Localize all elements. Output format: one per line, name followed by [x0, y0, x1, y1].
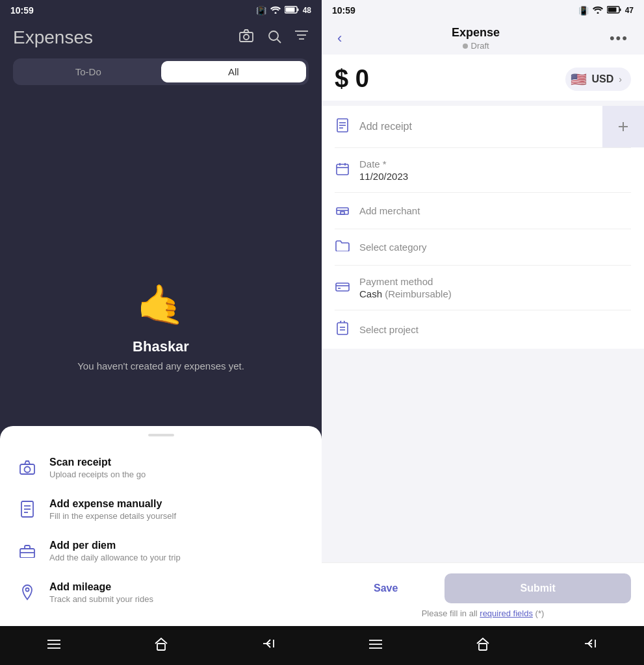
sheet-item-add-expense[interactable]: Add expense manually Fill in the expense… [0, 488, 322, 530]
svg-rect-34 [337, 164, 348, 175]
svg-point-19 [26, 588, 29, 592]
right-status-bar: 10:59 📳 47 [322, 0, 644, 21]
left-time: 10:59 [10, 5, 34, 16]
reimbursable-tag: (Reimbursable) [385, 288, 452, 299]
mileage-subtitle: Track and submit your rides [49, 594, 153, 604]
svg-rect-2 [285, 7, 294, 12]
amount-value: 0 [355, 65, 369, 92]
sheet-handle [148, 434, 174, 436]
filter-header-icon[interactable] [294, 29, 309, 47]
svg-point-0 [274, 12, 276, 14]
date-content: Date * 11/20/2023 [359, 158, 408, 182]
right-home-nav-icon[interactable] [475, 636, 491, 655]
briefcase-sheet-icon [16, 539, 39, 562]
right-menu-nav-icon[interactable] [368, 637, 383, 654]
left-bottom-nav [0, 626, 322, 665]
merchant-field-row[interactable]: Add merchant [322, 193, 644, 229]
svg-point-24 [597, 12, 599, 14]
draft-dot [463, 44, 468, 49]
wave-emoji: 🤙 [136, 282, 185, 328]
expense-header-center: Expense Draft [452, 26, 500, 51]
svg-rect-17 [20, 549, 34, 558]
home-nav-icon[interactable] [153, 636, 169, 655]
category-field-row[interactable]: Select category [322, 229, 644, 265]
add-receipt-button[interactable] [602, 106, 644, 147]
tab-all[interactable]: All [161, 61, 307, 82]
user-name: Bhaskar [133, 338, 189, 355]
category-label: Select category [359, 242, 426, 253]
tabs-container: To-Do All [13, 58, 309, 85]
expense-header: ‹ Expense Draft ••• [322, 21, 644, 55]
mileage-title: Add mileage [49, 581, 153, 593]
currency-selector[interactable]: 🇺🇸 USD › [565, 68, 631, 91]
right-wifi-icon [593, 6, 603, 16]
required-note: Please fill in all required fields (*) [335, 609, 631, 621]
svg-line-7 [277, 39, 281, 43]
more-button[interactable]: ••• [604, 27, 634, 49]
payment-label: Payment method [359, 276, 452, 287]
folder-icon [335, 240, 350, 255]
sheet-item-mileage[interactable]: Add mileage Track and submit your rides [0, 571, 322, 613]
merchant-label: Add merchant [359, 205, 420, 216]
receipt-left[interactable]: Add receipt [322, 107, 602, 147]
back-button[interactable]: ‹ [332, 27, 347, 49]
card-icon [335, 281, 350, 295]
svg-rect-38 [337, 208, 348, 214]
form-card: Add receipt Dat [322, 106, 644, 349]
project-label: Select project [359, 324, 419, 335]
back-nav-icon[interactable] [261, 636, 276, 655]
location-sheet-icon [16, 581, 39, 604]
left-status-icons: 📳 48 [256, 6, 311, 16]
date-value: 11/20/2023 [359, 171, 408, 182]
draft-label: Draft [471, 41, 489, 51]
mileage-text: Add mileage Track and submit your rides [49, 581, 153, 604]
scan-receipt-subtitle: Upload receipts on the go [49, 470, 146, 479]
svg-point-12 [25, 467, 31, 473]
header-icons [238, 29, 309, 47]
app-title: Expenses [13, 27, 93, 48]
add-expense-title: Add expense manually [49, 498, 176, 510]
right-status-icons: 📳 47 [578, 6, 634, 16]
calendar-icon [335, 162, 350, 179]
add-expense-subtitle: Fill in the expense details yourself [49, 511, 176, 521]
submit-button[interactable]: Submit [444, 573, 631, 603]
svg-rect-3 [297, 8, 298, 11]
right-back-nav-icon[interactable] [582, 636, 598, 655]
svg-point-6 [269, 31, 278, 40]
svg-rect-27 [619, 8, 621, 11]
tab-todo[interactable]: To-Do [16, 61, 161, 82]
amount-display: $ 0 [335, 65, 369, 93]
vibrate-icon: 📳 [256, 6, 266, 16]
add-expense-text: Add expense manually Fill in the expense… [49, 498, 176, 521]
form-spacer [322, 349, 644, 562]
wifi-icon [270, 6, 281, 16]
per-diem-text: Add per diem Add the daily allowance to … [49, 540, 181, 562]
payment-content: Payment method Cash (Reimbursable) [359, 276, 452, 299]
receipt-row: Add receipt [322, 106, 644, 147]
payment-field-row[interactable]: Payment method Cash (Reimbursable) [322, 266, 644, 310]
search-header-icon[interactable] [267, 29, 281, 47]
app-header: Expenses [0, 21, 322, 58]
menu-nav-icon[interactable] [46, 637, 62, 654]
save-button[interactable]: Save [335, 573, 437, 603]
svg-rect-41 [336, 283, 349, 291]
right-panel: 10:59 📳 47 ‹ Expense [322, 0, 644, 665]
draft-badge: Draft [452, 41, 500, 51]
scan-receipt-text: Scan receipt Upload receipts on the go [49, 457, 146, 479]
add-receipt-label: Add receipt [359, 121, 412, 132]
expense-title: Expense [452, 26, 500, 40]
svg-rect-23 [157, 644, 165, 650]
clipboard-icon [335, 321, 350, 338]
sheet-item-scan-receipt[interactable]: Scan receipt Upload receipts on the go [0, 447, 322, 488]
svg-rect-26 [608, 7, 616, 12]
camera-header-icon[interactable] [238, 29, 254, 47]
svg-rect-50 [479, 644, 487, 650]
date-field-row[interactable]: Date * 11/20/2023 [322, 148, 644, 192]
right-battery-icon [607, 6, 621, 16]
project-field-row[interactable]: Select project [322, 310, 644, 349]
svg-point-5 [244, 34, 249, 40]
per-diem-title: Add per diem [49, 540, 181, 551]
empty-subtitle: You haven't created any expenses yet. [77, 360, 244, 371]
right-battery-pct: 47 [625, 6, 634, 15]
sheet-item-per-diem[interactable]: Add per diem Add the daily allowance to … [0, 530, 322, 571]
